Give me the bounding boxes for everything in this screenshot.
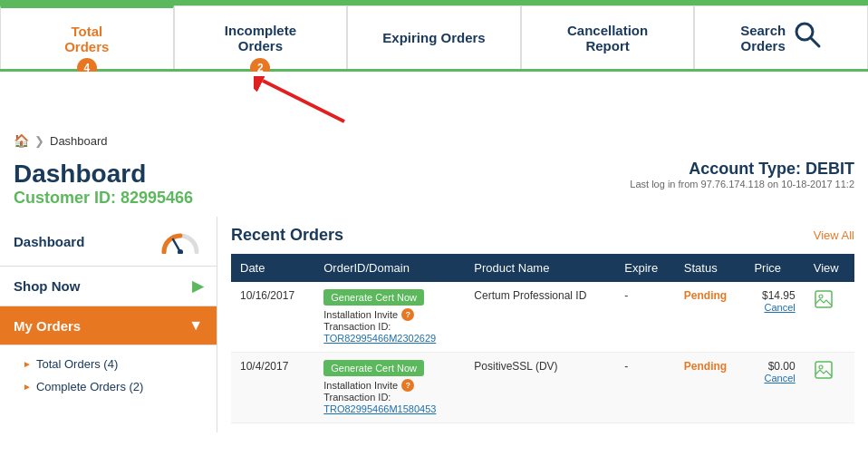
dashboard-left: Dashboard Customer ID: 82995466 <box>14 160 193 208</box>
breadcrumb-separator: ❯ <box>34 134 44 148</box>
status-badge-1: Pending <box>684 360 727 373</box>
col-date: Date <box>231 254 314 282</box>
arrow-annotation <box>0 72 868 126</box>
tab-incomplete-orders-label: IncompleteOrders <box>225 23 296 53</box>
page-title: Dashboard <box>14 160 193 189</box>
red-arrow <box>254 76 362 129</box>
customer-id: Customer ID: 82995466 <box>14 189 193 208</box>
orders-table: Date OrderID/Domain Product Name Expire … <box>231 254 854 423</box>
tri-icon-2: ► <box>23 382 32 392</box>
orders-section: Recent Orders View All Date OrderID/Doma… <box>217 217 868 432</box>
table-header-row: Date OrderID/Domain Product Name Expire … <box>231 254 854 282</box>
transaction-label-0: Transaction ID: <box>323 321 456 332</box>
sidebar: Dashboard Shop Now ▶ My Orders ▼ ► Tot <box>0 217 217 432</box>
view-icon-1[interactable] <box>814 365 834 383</box>
account-type: Account Type: DEBIT <box>630 160 854 179</box>
col-expire: Expire <box>615 254 675 282</box>
col-product: Product Name <box>465 254 615 282</box>
col-price: Price <box>745 254 804 282</box>
search-icon <box>793 20 822 55</box>
transaction-label-1: Transaction ID: <box>323 392 456 403</box>
tab-expiring-orders[interactable]: Expiring Orders <box>347 5 521 69</box>
arrow-down-icon: ▼ <box>188 317 203 334</box>
main-content: Dashboard Shop Now ▶ My Orders ▼ ► Tot <box>0 217 868 432</box>
svg-line-1 <box>811 38 819 46</box>
col-status: Status <box>675 254 746 282</box>
cell-product-0: Certum Professional ID <box>465 282 615 353</box>
cancel-link-1[interactable]: Cancel <box>754 373 795 383</box>
home-icon[interactable]: 🏠 <box>14 133 29 148</box>
sidebar-complete-orders-label: Complete Orders (2) <box>36 380 143 393</box>
cell-view-0 <box>805 282 854 353</box>
tab-search-orders-label: SearchOrders <box>740 23 786 53</box>
sidebar-sub-item-complete-orders[interactable]: ► Complete Orders (2) <box>23 375 203 398</box>
svg-point-7 <box>819 295 823 298</box>
sidebar-sub-items: ► Total Orders (4) ► Complete Orders (2) <box>0 345 217 403</box>
gauge-icon <box>158 228 203 255</box>
dashboard-right: Account Type: DEBIT Last log in from 97.… <box>630 160 854 189</box>
tri-icon: ► <box>23 359 32 369</box>
cell-orderid-1: Generate Cert Now Installation Invite ? … <box>314 353 465 423</box>
col-view: View <box>805 254 854 282</box>
sidebar-item-dashboard[interactable]: Dashboard <box>0 217 217 267</box>
sidebar-my-orders-label: My Orders <box>14 318 81 334</box>
install-invite-1: Installation Invite ? <box>323 379 456 392</box>
orders-title: Recent Orders <box>231 226 343 245</box>
svg-rect-8 <box>815 362 832 378</box>
cell-status-0: Pending <box>675 282 746 353</box>
tab-cancellation-report[interactable]: CancellationReport <box>521 5 695 69</box>
cell-price-1: $0.00 Cancel <box>745 353 804 423</box>
table-row: 10/16/2017 Generate Cert Now Installatio… <box>231 282 854 353</box>
tab-total-orders-label: TotalOrders <box>64 24 109 54</box>
breadcrumb-current: Dashboard <box>50 134 108 148</box>
dashboard-header: Dashboard Customer ID: 82995466 Account … <box>0 155 868 217</box>
sidebar-item-my-orders[interactable]: My Orders ▼ <box>0 306 217 345</box>
svg-point-9 <box>819 365 823 369</box>
tab-search-orders[interactable]: SearchOrders <box>694 5 868 69</box>
transaction-id-1[interactable]: TRO82995466M1580453 <box>323 403 436 414</box>
transaction-id-0[interactable]: TOR82995466M2302629 <box>323 333 436 344</box>
breadcrumb: 🏠 ❯ Dashboard <box>0 126 868 155</box>
view-all-link[interactable]: View All <box>814 228 854 242</box>
status-badge-0: Pending <box>684 289 727 302</box>
tab-incomplete-orders[interactable]: IncompleteOrders 2 <box>174 5 348 69</box>
svg-rect-6 <box>815 291 832 307</box>
tab-expiring-orders-label: Expiring Orders <box>382 30 485 45</box>
cell-date-1: 10/4/2017 <box>231 353 314 423</box>
cell-status-1: Pending <box>675 353 746 423</box>
last-login: Last log in from 97.76.174.118 on 10-18-… <box>630 179 854 189</box>
table-row: 10/4/2017 Generate Cert Now Installation… <box>231 353 854 423</box>
cell-orderid-0: Generate Cert Now Installation Invite ? … <box>314 282 465 353</box>
sidebar-item-shop-now[interactable]: Shop Now ▶ <box>0 267 217 306</box>
sidebar-dashboard-label: Dashboard <box>14 234 84 249</box>
sidebar-shop-now-label: Shop Now <box>14 278 80 294</box>
svg-line-3 <box>263 81 344 121</box>
help-icon-1[interactable]: ? <box>401 379 414 392</box>
nav-tabs: TotalOrders 4 IncompleteOrders 2 Expirin… <box>0 5 868 72</box>
gen-cert-button-1[interactable]: Generate Cert Now <box>323 360 424 376</box>
gen-cert-button-0[interactable]: Generate Cert Now <box>323 289 424 306</box>
cell-view-1 <box>805 353 854 423</box>
cell-expire-1: - <box>615 353 675 423</box>
cell-date-0: 10/16/2017 <box>231 282 314 353</box>
view-icon-0[interactable] <box>814 295 834 313</box>
sidebar-total-orders-label: Total Orders (4) <box>36 357 118 371</box>
cell-expire-0: - <box>615 282 675 353</box>
tab-cancellation-report-label: CancellationReport <box>567 23 648 53</box>
install-invite-0: Installation Invite ? <box>323 308 456 321</box>
help-icon-0[interactable]: ? <box>401 308 414 321</box>
tab-total-orders[interactable]: TotalOrders 4 <box>0 5 174 69</box>
sidebar-sub-item-total-orders[interactable]: ► Total Orders (4) <box>23 353 203 375</box>
orders-header: Recent Orders View All <box>231 226 854 245</box>
cell-product-1: PositiveSSL (DV) <box>465 353 615 423</box>
cell-price-0: $14.95 Cancel <box>745 282 804 353</box>
arrow-right-icon: ▶ <box>192 277 203 295</box>
col-orderid: OrderID/Domain <box>314 254 465 282</box>
cancel-link-0[interactable]: Cancel <box>754 302 795 313</box>
